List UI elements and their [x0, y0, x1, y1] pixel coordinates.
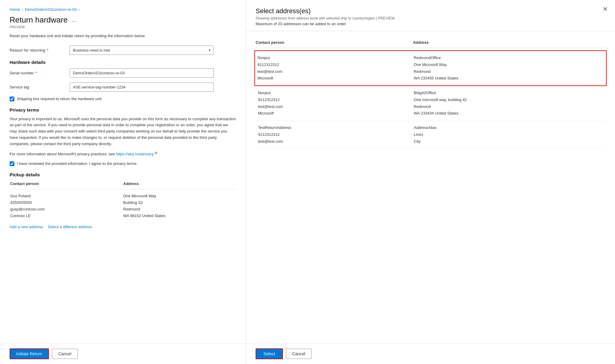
privacy-title: Privacy terms	[10, 107, 236, 112]
serial-required-star: *	[34, 71, 37, 75]
shipping-checkbox-label: Shipping box required to return the hard…	[17, 97, 102, 101]
privacy-link[interactable]: https://aka.ms/privacy	[116, 152, 154, 157]
addr1-contact-phone: 9112312312	[257, 61, 414, 68]
serial-number-row: Serial number * DemoOrderAS3contoso-re-0…	[10, 68, 236, 78]
pickup-contact-email: gusp@contoso.com	[10, 206, 123, 213]
left-footer: Initiate Return Cancel	[0, 343, 246, 364]
reason-select-wrapper: Business need is met Hardware failure Up…	[70, 46, 214, 55]
addr1-line1: One Microsoft Way	[414, 61, 605, 68]
address-1-contact: Noopur 9112312312 test@test.com Microsof…	[257, 55, 414, 82]
pickup-contact: Gus Poland 4255555555 gusp@contoso.com C…	[10, 190, 123, 219]
pickup-section: Pickup details Contact person Address Gu…	[10, 172, 236, 229]
panel-note: Maximum of 20 addresses can be added to …	[256, 22, 605, 26]
address-2-addr: Bldg42Office One microsoft way, building…	[414, 90, 604, 117]
privacy-agree-label: I have reviewed the provided information…	[17, 161, 137, 166]
shipping-checkbox[interactable]	[10, 97, 14, 101]
addr1-name: RedmondOffice	[414, 55, 605, 61]
right-content: Contact person Address Noopur 9112312312…	[246, 31, 615, 343]
address-table-header: Contact person Address	[256, 37, 605, 48]
external-link-icon: ⧉	[155, 151, 157, 154]
addr1-contact-name: Noopur	[257, 55, 414, 61]
addr3-contact-email: test@test.com	[258, 138, 414, 145]
privacy-link-row: For more information about Microsoft's p…	[10, 151, 236, 157]
pickup-addr-city: Redmond	[123, 206, 236, 213]
breadcrumb: Home › DemoOrderAS3contoso-re-03 ›	[10, 7, 236, 12]
add-new-address-link[interactable]: Add a new address	[10, 225, 43, 229]
addr2-name: Bldg42Office	[414, 90, 604, 97]
privacy-agree-row: I have reviewed the provided information…	[10, 161, 236, 166]
pickup-address: One Microsoft Way Building S2 Redmond WA…	[123, 190, 236, 219]
more-options-icon[interactable]: ...	[71, 16, 76, 23]
addr2-contact-name: Noopur	[258, 90, 414, 97]
pickup-data-row: Gus Poland 4255555555 gusp@contoso.com C…	[10, 190, 236, 219]
service-tag-input[interactable]: ASE-service-tag-number-1234	[70, 82, 214, 92]
address-entry-3[interactable]: TestReturnAddress 9112312312 test@test.c…	[256, 121, 605, 149]
breadcrumb-order[interactable]: DemoOrderAS3contoso-re-03	[25, 7, 77, 12]
address-list: Noopur 9112312312 test@test.com Microsof…	[256, 50, 605, 149]
left-panel: Home › DemoOrderAS3contoso-re-03 › Retur…	[0, 0, 246, 364]
address-3-contact: TestReturnAddress 9112312312 test@test.c…	[258, 124, 414, 145]
addr3-contact-phone: 9112312312	[258, 131, 414, 138]
privacy-link-prefix: For more information about Microsoft's p…	[10, 152, 116, 157]
initiate-return-button[interactable]: Initiate Return	[10, 348, 49, 359]
address-col-header: Address	[413, 40, 605, 45]
pickup-contact-phone: 4255555555	[10, 199, 123, 206]
addr2-contact-phone: 9112312312	[258, 97, 414, 103]
breadcrumb-home[interactable]: Home	[10, 7, 20, 12]
pickup-addr-line2: Building S2	[123, 199, 236, 206]
right-footer: Select Cancel	[246, 343, 615, 364]
addr1-state: WA 233435 United States	[414, 75, 605, 82]
address-entry-2[interactable]: Noopur 9112312312 test@test.com Microsof…	[256, 86, 605, 121]
pickup-addr-state: WA 98152 United States	[123, 213, 236, 219]
service-tag-row: Service tag ASE-service-tag-number-1234	[10, 82, 236, 92]
pickup-contact-col: Contact person	[10, 181, 123, 189]
serial-number-label: Serial number *	[10, 71, 70, 75]
service-tag-label: Service tag	[10, 85, 70, 89]
hardware-details-title: Hardware details	[10, 60, 236, 65]
pickup-table: Contact person Address Gus Poland 425555…	[10, 181, 236, 220]
addr2-state: WA 233434 United States	[414, 110, 604, 117]
right-panel: Select address(es) Showing addresses fro…	[246, 0, 615, 364]
pickup-contact-name: Gus Poland	[10, 193, 123, 199]
addr2-contact-email: test@test.com	[258, 103, 414, 110]
addr1-contact-email: test@test.com	[257, 68, 414, 75]
select-different-address-link[interactable]: Select a different address	[48, 225, 92, 229]
address-2-contact: Noopur 9112312312 test@test.com Microsof…	[258, 90, 414, 117]
pickup-address-col: Address	[123, 181, 236, 189]
addr2-line1: One microsoft way, building 42	[414, 97, 604, 103]
pickup-addr-line1: One Microsoft Way	[123, 193, 236, 199]
page-title-row: Return hardware ...	[10, 15, 236, 25]
address-entry-1[interactable]: Noopur 9112312312 test@test.com Microsof…	[254, 50, 607, 86]
contact-col-header: Contact person	[256, 40, 413, 45]
cancel-button-left[interactable]: Cancel	[52, 349, 78, 359]
addr3-contact-name: TestReturnAddress	[258, 124, 414, 131]
pickup-contact-company: Contoso LE	[10, 213, 123, 219]
reason-label: Reason for returning *	[10, 48, 70, 52]
privacy-body: Your privacy is important to us. Microso…	[10, 116, 236, 147]
serial-number-input[interactable]: DemoOrderAS3contoso-re-03	[70, 68, 214, 78]
address-1-addr: RedmondOffice One Microsoft Way Redmond …	[414, 55, 605, 82]
address-3-addr: AddressAlias Line1 City	[414, 124, 604, 145]
reason-row: Reason for returning * Business need is …	[10, 46, 236, 55]
addr3-city: City	[414, 138, 604, 145]
breadcrumb-sep1: ›	[22, 7, 23, 12]
select-button[interactable]: Select	[256, 348, 283, 359]
panel-subtitle: Showing addresses from address book with…	[256, 16, 605, 20]
left-content: Home › DemoOrderAS3contoso-re-03 › Retur…	[0, 0, 246, 343]
right-header: Select address(es) Showing addresses fro…	[246, 0, 615, 31]
page-title: Return hardware	[10, 15, 68, 25]
reason-select[interactable]: Business need is met Hardware failure Up…	[70, 46, 214, 55]
breadcrumb-sep2: ›	[78, 7, 80, 12]
close-button[interactable]: ✕	[603, 6, 608, 12]
page-description: Reset your hardware unit and initiate re…	[10, 33, 236, 39]
addr1-city: Redmond	[414, 68, 605, 75]
pickup-title: Pickup details	[10, 172, 236, 177]
addr2-contact-company: Microsoft	[258, 110, 414, 117]
privacy-agree-checkbox[interactable]	[10, 161, 14, 166]
addr2-city: Redmond	[414, 103, 604, 110]
address-links: Add a new address Select a different add…	[10, 225, 236, 229]
cancel-button-right[interactable]: Cancel	[286, 349, 312, 359]
panel-title: Select address(es)	[256, 7, 605, 15]
shipping-checkbox-row: Shipping box required to return the hard…	[10, 97, 236, 101]
preview-badge: PREVIEW	[10, 25, 236, 29]
